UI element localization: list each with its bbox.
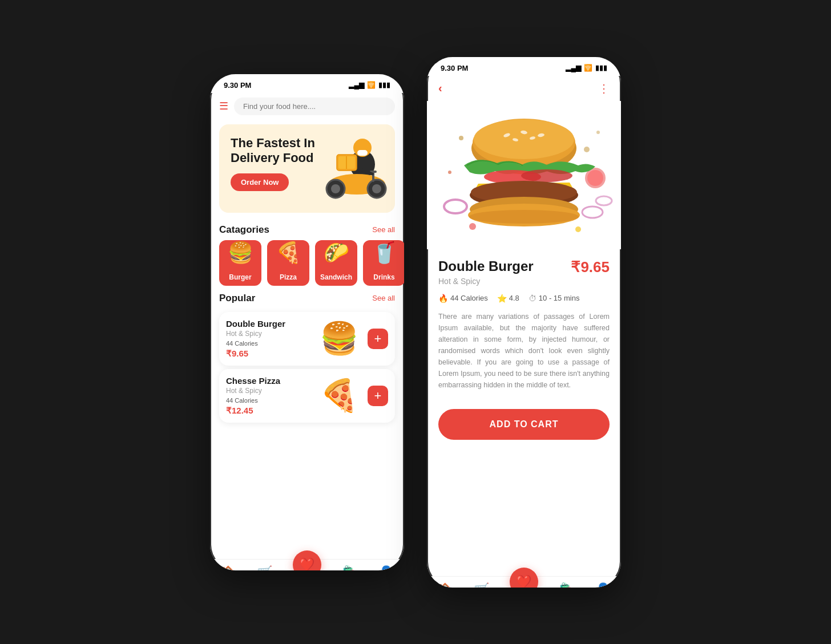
categories-row: 🍔 Burger 🍕 Pizza 🌮 Sandwich 🥤 Drinks	[210, 240, 404, 286]
svg-point-10	[331, 184, 340, 193]
categories-title: Catagories	[219, 224, 269, 236]
svg-point-17	[584, 147, 590, 152]
detail-price: ₹9.65	[571, 258, 610, 276]
nav-profile[interactable]: 👤	[378, 565, 394, 570]
nav-home[interactable]: 🏠	[220, 565, 236, 570]
detail-name: Double Burger Hot & Spicy	[438, 258, 534, 286]
add-pizza-button[interactable]: +	[368, 386, 388, 406]
popular-title: Popular	[219, 293, 255, 304]
bottom-nav-right: 🏠 🛒 ❤️ 🛍️ 👤	[427, 576, 621, 588]
pizza-label: Pizza	[280, 273, 297, 281]
svg-point-19	[448, 171, 451, 174]
burger-calories: 44 Calories	[226, 340, 310, 347]
burger-icon: 🍔	[228, 242, 253, 263]
svg-point-21	[582, 206, 603, 218]
detail-stats: 🔥 44 Calories ⭐ 4.8 ⏱ 10 - 15 mins	[438, 294, 610, 303]
sandwich-icon: 🌮	[324, 242, 349, 263]
svg-point-16	[459, 136, 463, 140]
stat-rating: ⭐ 4.8	[497, 294, 519, 303]
category-burger[interactable]: 🍔 Burger	[219, 240, 261, 286]
category-sandwich[interactable]: 🌮 Sandwich	[315, 240, 357, 286]
screen-right: ‹ ⋮	[427, 76, 621, 588]
svg-point-18	[596, 131, 600, 134]
popular-header: Popular See all	[210, 286, 404, 309]
food-detail-image	[427, 101, 621, 249]
more-button[interactable]: ⋮	[598, 82, 610, 95]
svg-point-23	[587, 170, 603, 186]
detail-description: There are many variations of passages of…	[438, 311, 610, 391]
pizza-calories: 44 Calories	[226, 397, 310, 404]
categories-see-all[interactable]: See all	[372, 225, 395, 234]
detail-content: Double Burger Hot & Spicy ₹9.65 🔥 44 Cal…	[427, 249, 621, 400]
drinks-label: Drinks	[373, 273, 394, 281]
star-icon: ⭐	[497, 294, 507, 303]
detail-name-row: Double Burger Hot & Spicy ₹9.65	[438, 258, 610, 286]
screen-left: ☰ The Fastest In Delivery Food Order Now	[210, 93, 404, 570]
status-icons-left: ▂▄▆ 🛜 ▮▮▮	[349, 81, 390, 89]
nav-home-right[interactable]: 🏠	[437, 582, 453, 588]
categories-header: Catagories See all	[210, 217, 404, 240]
svg-point-40	[575, 226, 581, 232]
hero-banner: The Fastest In Delivery Food Order Now	[219, 124, 395, 213]
food-info-burger: Double Burger Hot & Spicy 44 Calories ₹9…	[226, 319, 310, 359]
svg-point-12	[372, 184, 381, 193]
svg-point-26	[474, 119, 574, 159]
nav-profile-right[interactable]: 👤	[595, 582, 611, 588]
signal-icon-r: ▂▄▆	[566, 64, 581, 72]
sandwich-label: Sandwich	[320, 273, 352, 281]
svg-point-20	[444, 200, 467, 213]
status-bar-left: 9.30 PM ▂▄▆ 🛜 ▮▮▮	[210, 74, 404, 93]
nav-favorites[interactable]: ❤️	[293, 550, 321, 570]
signal-icon: ▂▄▆	[349, 81, 364, 89]
clock-icon: ⏱	[529, 294, 536, 303]
pizza-price: ₹12.45	[226, 406, 310, 416]
fire-icon: 🔥	[438, 294, 448, 303]
burger-label: Burger	[229, 273, 251, 281]
svg-point-41	[596, 196, 612, 205]
order-now-button[interactable]: Order Now	[231, 173, 289, 191]
drinks-icon: 🥤	[372, 242, 397, 263]
burger-price: ₹9.65	[226, 349, 310, 359]
search-row: ☰	[210, 93, 404, 120]
stat-time: ⏱ 10 - 15 mins	[529, 294, 580, 303]
nav-orders-right[interactable]: 🛍️	[559, 582, 574, 588]
nav-cart-right[interactable]: 🛒	[474, 582, 489, 588]
phone-right: 9.30 PM ▂▄▆ 🛜 ▮▮▮ ‹ ⋮	[427, 57, 621, 588]
food-card-pizza: Chesse Pizza Hot & Spicy 44 Calories ₹12…	[219, 369, 395, 423]
add-burger-button[interactable]: +	[368, 329, 388, 349]
burger-subtitle: Hot & Spicy	[226, 330, 310, 338]
wifi-icon-r: 🛜	[584, 64, 592, 72]
menu-icon[interactable]: ☰	[219, 100, 228, 112]
pizza-image: 🍕	[316, 376, 362, 416]
nav-orders[interactable]: 🛍️	[342, 565, 357, 570]
nav-favorites-right[interactable]: ❤️	[510, 568, 538, 588]
battery-icon: ▮▮▮	[378, 81, 390, 89]
pizza-subtitle: Hot & Spicy	[226, 387, 310, 395]
nav-cart[interactable]: 🛒	[257, 565, 272, 570]
status-bar-right: 9.30 PM ▂▄▆ 🛜 ▮▮▮	[427, 57, 621, 76]
burger-image: 🍔	[316, 319, 362, 359]
add-to-cart-button[interactable]: ADD TO CART	[438, 409, 610, 440]
battery-icon-r: ▮▮▮	[595, 64, 607, 72]
food-card-burger: Double Burger Hot & Spicy 44 Calories ₹9…	[219, 312, 395, 366]
svg-point-39	[469, 223, 476, 230]
detail-header: ‹ ⋮	[427, 76, 621, 101]
bottom-nav-left: 🏠 🛒 ❤️ 🛍️ 👤	[210, 559, 404, 570]
status-icons-right: ▂▄▆ 🛜 ▮▮▮	[566, 64, 607, 72]
search-input[interactable]	[234, 98, 395, 115]
svg-rect-3	[357, 150, 368, 156]
stat-calories: 🔥 44 Calories	[438, 294, 488, 303]
wifi-icon: 🛜	[367, 81, 376, 89]
pizza-icon: 🍕	[276, 242, 301, 263]
popular-see-all[interactable]: See all	[372, 294, 395, 302]
category-pizza[interactable]: 🍕 Pizza	[267, 240, 309, 286]
svg-point-33	[521, 169, 572, 182]
back-button[interactable]: ‹	[438, 82, 442, 95]
svg-point-38	[469, 210, 579, 224]
hero-illustration	[306, 124, 395, 213]
category-drinks[interactable]: 🥤 Drinks	[363, 240, 404, 286]
burger-name: Double Burger	[226, 319, 310, 329]
time-right: 9.30 PM	[441, 64, 468, 72]
pizza-name: Chesse Pizza	[226, 376, 310, 386]
food-info-pizza: Chesse Pizza Hot & Spicy 44 Calories ₹12…	[226, 376, 310, 416]
